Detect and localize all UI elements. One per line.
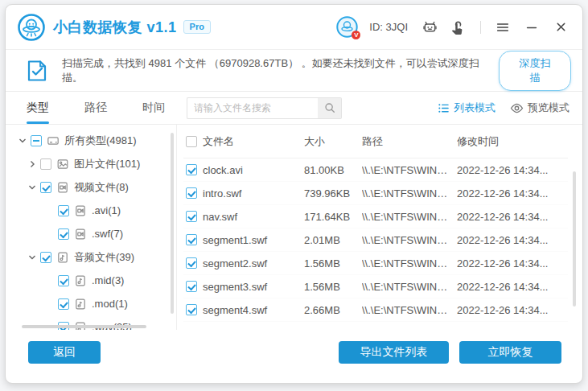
user-id: ID: 3JQI: [369, 21, 408, 33]
checkbox-checked[interactable]: [58, 228, 69, 240]
video-file-icon: [56, 181, 69, 194]
table-vertical-scrollbar[interactable]: [573, 171, 576, 307]
chevron-down-icon[interactable]: [26, 253, 38, 261]
user-avatar[interactable]: V: [336, 16, 358, 38]
file-modified: 2022-12-26 14:34...: [457, 164, 568, 176]
checkbox-indeterminate[interactable]: [31, 135, 42, 146]
file-path: \\.\E:\NTFS\WIND...: [362, 211, 457, 223]
tree-item-mod[interactable]: .mod(1): [6, 292, 176, 315]
list-mode-label: 列表模式: [454, 101, 495, 115]
file-modified: 2022-12-26 14:34...: [457, 187, 568, 200]
column-header-name[interactable]: 文件名: [203, 134, 304, 149]
tree-item-label: .avi(1): [92, 204, 121, 216]
tab-type[interactable]: 类型: [27, 92, 49, 124]
table-header-row: 文件名 大小 路径 修改时间: [183, 125, 568, 158]
tree-item-label: .mid(3): [92, 274, 124, 286]
divider: [480, 21, 481, 34]
footer-bar: 返回 导出文件列表 立即恢复: [6, 330, 582, 383]
scan-complete-icon: [25, 59, 49, 83]
chevron-down-icon[interactable]: [26, 183, 38, 191]
row-checkbox[interactable]: [186, 304, 197, 315]
tree-item-swf[interactable]: .swf(7): [6, 222, 176, 245]
touch-guide-icon[interactable]: [450, 19, 467, 36]
file-path: \\.\E:\NTFS\WIND...: [362, 304, 457, 316]
tree-item-videos[interactable]: 视频文件(8): [6, 175, 176, 199]
tree-item-images[interactable]: 图片文件(101): [6, 152, 176, 175]
checkbox-unchecked[interactable]: [40, 158, 51, 170]
table-row[interactable]: segment2.swf 1.56MB \\.\E:\NTFS\WIND... …: [183, 252, 568, 275]
row-checkbox[interactable]: [186, 211, 197, 222]
tab-time[interactable]: 时间: [142, 92, 165, 124]
chevron-down-icon[interactable]: [16, 137, 28, 145]
checkbox-checked[interactable]: [58, 298, 69, 310]
file-name: segment2.swf: [203, 257, 304, 270]
drive-icon: [47, 134, 60, 147]
file-size: 2.01MB: [304, 234, 362, 246]
export-file-list-button[interactable]: 导出文件列表: [339, 341, 449, 364]
audio-file-icon: [74, 298, 87, 311]
file-type-tree: 所有类型(4981) 图片文件(101) 视频文件(8) .avi(1): [6, 125, 177, 330]
checkbox-checked[interactable]: [40, 252, 51, 263]
file-size: 1.56MB: [304, 257, 362, 270]
file-name: segment1.swf: [203, 234, 304, 246]
table-row[interactable]: intro.swf 739.96KB \\.\E:\NTFS\WIND... 2…: [183, 182, 568, 205]
tree-item-mid[interactable]: .mid(3): [6, 269, 176, 292]
column-header-size[interactable]: 大小: [304, 134, 362, 149]
row-checkbox[interactable]: [186, 257, 197, 269]
tree-item-label: 视频文件(8): [74, 180, 129, 195]
file-modified: 2022-12-26 14:34...: [457, 304, 568, 316]
file-name: segment3.swf: [203, 281, 304, 293]
select-all-checkbox[interactable]: [186, 136, 197, 147]
preview-mode-toggle[interactable]: 预览模式: [510, 101, 569, 115]
tree-item-all-types[interactable]: 所有类型(4981): [6, 129, 176, 152]
sidebar-tabs: 类型 路径 时间: [6, 92, 177, 124]
app-logo-icon: [17, 13, 46, 42]
search-box: [187, 97, 342, 119]
search-icon[interactable]: [318, 97, 342, 119]
row-checkbox[interactable]: [186, 164, 197, 175]
list-mode-toggle[interactable]: 列表模式: [438, 101, 495, 115]
image-file-icon: [56, 158, 69, 171]
toolbar-band: 类型 路径 时间: [6, 92, 582, 125]
file-modified: 2022-12-26 14:34...: [457, 257, 568, 270]
column-header-path[interactable]: 路径: [362, 134, 457, 149]
file-name: intro.swf: [203, 187, 304, 200]
app-title: 小白数据恢复 v1.1: [53, 18, 177, 37]
robot-service-icon[interactable]: [421, 19, 438, 36]
recover-now-button[interactable]: 立即恢复: [459, 341, 561, 364]
chevron-right-icon[interactable]: [26, 160, 38, 168]
row-checkbox[interactable]: [186, 187, 197, 199]
tree-item-label: 所有类型(4981): [64, 134, 137, 148]
checkbox-checked[interactable]: [40, 182, 51, 193]
video-file-icon: [74, 228, 87, 241]
file-size: 81.00KB: [304, 164, 362, 176]
file-name: nav.swf: [203, 211, 304, 223]
back-button[interactable]: 返回: [28, 341, 101, 364]
file-size: 171.64KB: [304, 211, 362, 223]
table-row[interactable]: segment4.swf 2.66MB \\.\E:\NTFS\WIND... …: [183, 298, 568, 322]
table-row[interactable]: clock.avi 81.00KB \\.\E:\NTFS\WIND... 20…: [183, 158, 568, 182]
hamburger-menu-icon[interactable]: [494, 19, 512, 36]
minimize-button[interactable]: [523, 19, 541, 36]
row-checkbox[interactable]: [186, 281, 197, 292]
table-row[interactable]: segment3.swf 1.56MB \\.\E:\NTFS\WIND... …: [183, 275, 568, 298]
tree-item-avi[interactable]: .avi(1): [6, 199, 176, 222]
table-row[interactable]: segment1.swf 2.01MB \\.\E:\NTFS\WIND... …: [183, 228, 568, 252]
column-header-modified[interactable]: 修改时间: [457, 134, 568, 149]
file-modified: 2022-12-26 14:34...: [457, 211, 568, 223]
checkbox-checked[interactable]: [58, 275, 69, 286]
row-checkbox[interactable]: [186, 234, 197, 245]
table-row[interactable]: nav.swf 171.64KB \\.\E:\NTFS\WIND... 202…: [183, 205, 568, 228]
file-name: clock.avi: [203, 164, 304, 176]
tree-horizontal-scrollbar[interactable]: [22, 325, 146, 328]
deep-scan-button[interactable]: 深度扫描: [499, 51, 571, 91]
checkbox-checked[interactable]: [58, 205, 69, 216]
tree-vertical-scrollbar[interactable]: [171, 133, 174, 314]
list-icon: [438, 102, 450, 114]
close-button[interactable]: [552, 19, 569, 36]
vip-badge: V: [352, 31, 360, 39]
app-window: 小白数据恢复 v1.1 Pro V ID: 3JQI: [5, 4, 583, 384]
search-input[interactable]: [187, 97, 318, 119]
tab-path[interactable]: 路径: [84, 92, 107, 124]
tree-item-audio[interactable]: 音频文件(39): [6, 245, 176, 269]
